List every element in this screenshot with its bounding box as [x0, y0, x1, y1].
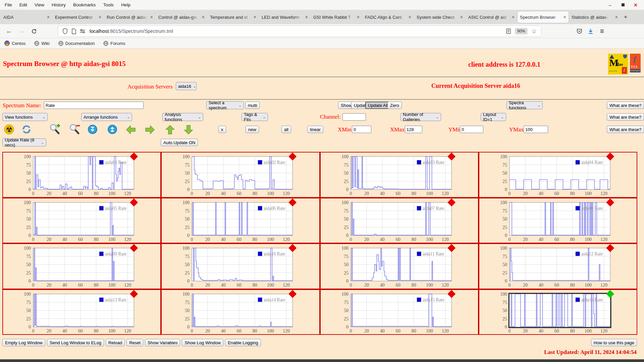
bookmark-wiki[interactable]: Wiki: [34, 41, 50, 46]
arrange-functions-dropdown[interactable]: Arrange functions⌄: [81, 113, 132, 121]
tab-asic-control-aid[interactable]: ASIC Control @ aid×: [466, 11, 517, 23]
what-are-these-button-3[interactable]: What are these?: [607, 126, 644, 133]
tab-control-aidas-gsi[interactable]: Control @ aidas-gsi×: [156, 11, 207, 23]
reset-button[interactable]: Reset: [126, 339, 143, 346]
show-log-window-button[interactable]: Show Log Window: [182, 339, 223, 346]
move-down-icon[interactable]: [183, 125, 194, 135]
move-right-icon[interactable]: [145, 125, 155, 135]
spectrum-plot[interactable]: 0255075100020406080100120aida07 Rate: [321, 198, 478, 243]
spectrum-cell-aida09[interactable]: 0255075100020406080100120aida09 Rate: [2, 243, 161, 289]
xmin-input[interactable]: [352, 126, 371, 133]
spectra-functions-dropdown[interactable]: Spectra functions⌄: [506, 101, 543, 109]
spectrum-cell-aida06[interactable]: 0255075100020406080100120aida06 Rate: [161, 198, 320, 244]
send-log-window-to-elog-button[interactable]: Send Log Window to ELog: [47, 339, 104, 346]
pocket-icon[interactable]: [574, 26, 584, 36]
forward-button[interactable]: →: [16, 26, 26, 36]
spectrum-plot[interactable]: 0255075100020406080100120aida05 Rate: [3, 198, 160, 243]
tab-close-icon[interactable]: ×: [460, 14, 463, 20]
menu-edit[interactable]: Edit: [16, 0, 31, 10]
spectrum-cell-aida03[interactable]: 0255075100020406080100120aida03 Rate: [320, 152, 479, 198]
ymax-input[interactable]: [524, 126, 548, 133]
bookmark-forums[interactable]: Forums: [103, 41, 125, 46]
tab-close-icon[interactable]: ×: [357, 14, 360, 20]
spectrum-cell-aida16[interactable]: 0255075100020406080100120aida16 Rate: [479, 289, 637, 335]
downloads-icon[interactable]: [586, 26, 596, 36]
refresh-icon[interactable]: [21, 124, 32, 134]
bookmark-star-icon[interactable]: ☆: [530, 27, 538, 36]
menu-file[interactable]: File: [0, 0, 16, 10]
ymin-input[interactable]: [460, 126, 483, 133]
permissions-icon[interactable]: [78, 27, 87, 36]
scroll-down-icon[interactable]: [88, 125, 97, 134]
spectrum-cell-aida15[interactable]: 0255075100020406080100120aida15 Rate: [320, 289, 479, 335]
new-tab-button[interactable]: +: [621, 12, 631, 22]
spectrum-cell-aida04[interactable]: 0255075100020406080100120aida04 Rate: [479, 152, 637, 198]
auto-update-button[interactable]: Auto Update ON: [161, 139, 198, 146]
tab-system-wide-check[interactable]: System wide Check×: [414, 11, 465, 23]
tab-close-icon[interactable]: ×: [409, 14, 411, 20]
how-to-use-button[interactable]: How to use this page: [591, 339, 637, 346]
spectrum-plot[interactable]: 0255075100020406080100120aida15 Rate: [321, 290, 478, 335]
analysis-functions-dropdown[interactable]: Analysis functions⌄: [162, 113, 203, 121]
zoom-level-badge[interactable]: 90%: [515, 28, 528, 35]
spectrum-plot[interactable]: 0255075100020406080100120aida16 Rate: [479, 290, 637, 335]
bookmark-centos[interactable]: Centos: [4, 41, 25, 46]
spectrum-cell-aida07[interactable]: 0255075100020406080100120aida07 Rate: [320, 198, 479, 244]
tab-temperature-and-st[interactable]: Temperature and st×: [208, 11, 259, 23]
menu-tools[interactable]: Tools: [100, 0, 118, 10]
radiation-icon[interactable]: ☢: [4, 124, 14, 134]
show-variables-button[interactable]: Show Variables: [145, 339, 180, 346]
update-rate-dropdown[interactable]: Update Rate (8 secs)⌄: [2, 138, 46, 146]
select-spectrum-dropdown[interactable]: Select a spectrum⌄: [206, 101, 244, 109]
spectrum-plot[interactable]: 0255075100020406080100120aida09 Rate: [3, 244, 160, 289]
spectrum-cell-aida10[interactable]: 0255075100020406080100120aida10 Rate: [161, 243, 320, 289]
view-functions-dropdown[interactable]: View functions⌄: [2, 113, 48, 121]
tab-run-control-aidas[interactable]: Run Control @ aidas×: [104, 11, 155, 23]
bookmark-documentation[interactable]: Documentation: [58, 41, 95, 46]
what-are-these-button-2[interactable]: What are these?: [607, 113, 644, 121]
tab-close-icon[interactable]: ×: [47, 14, 50, 20]
reader-view-icon[interactable]: [504, 27, 513, 36]
all-button[interactable]: all: [281, 126, 291, 133]
hamburger-menu-icon[interactable]: ≡: [597, 26, 607, 36]
empty-log-window-button[interactable]: Empty Log Window: [2, 339, 45, 346]
spectrum-cell-aida12[interactable]: 0255075100020406080100120aida12 Rate: [479, 243, 637, 289]
spectrum-cell-aida02[interactable]: 0255075100020406080100120aida02 Rate: [161, 152, 320, 198]
close-button[interactable]: ✕: [633, 2, 639, 8]
menu-view[interactable]: View: [31, 0, 48, 10]
scroll-up-icon[interactable]: [108, 125, 117, 134]
zoom-in-icon[interactable]: [49, 124, 61, 135]
tab-gsi-white-rabbit-t[interactable]: GSI White Rabbit T×: [311, 11, 362, 23]
multi-button[interactable]: multi: [245, 102, 260, 109]
acquisition-server-select[interactable]: aida16⌄: [176, 82, 197, 90]
spectrum-plot[interactable]: 0255075100020406080100120aida08 Rate: [479, 198, 637, 243]
tab-led-and-waveform[interactable]: LED and Waveform×: [259, 11, 310, 23]
spectrum-name-input[interactable]: [44, 102, 144, 109]
page-info-icon[interactable]: [69, 27, 78, 36]
number-of-galleries-dropdown[interactable]: Number of Galleries⌄: [400, 113, 441, 121]
zoom-out-icon[interactable]: [69, 124, 80, 135]
update-all-button[interactable]: Update All: [365, 102, 390, 109]
minimize-button[interactable]: –: [607, 2, 613, 8]
reload-button[interactable]: Reload: [106, 339, 125, 346]
spectrum-plot[interactable]: 0255075100020406080100120aida13 Rate: [3, 290, 160, 335]
move-up-icon[interactable]: [165, 125, 175, 135]
spectrum-plot[interactable]: 0255075100020406080100120aida14 Rate: [162, 290, 319, 335]
tab-close-icon[interactable]: ×: [254, 14, 256, 20]
move-left-icon[interactable]: [126, 125, 136, 135]
spectrum-plot[interactable]: 0255075100020406080100120aida04 Rate: [479, 153, 637, 197]
back-button[interactable]: ←: [4, 26, 14, 36]
spectrum-cell-aida13[interactable]: 0255075100020406080100120aida13 Rate: [2, 289, 161, 335]
spectrum-plot[interactable]: 0255075100020406080100120aida11 Rate: [321, 244, 478, 289]
reload-button[interactable]: [29, 26, 39, 36]
spectrum-cell-aida01[interactable]: 0255075100020406080100120aida01 Rate: [2, 152, 161, 198]
spectrum-plot[interactable]: 0255075100020406080100120aida03 Rate: [321, 153, 478, 197]
url-text[interactable]: localhost:8015/Spectrum/Spectrum.tml: [90, 28, 504, 34]
spectrum-cell-aida14[interactable]: 0255075100020406080100120aida14 Rate: [161, 289, 320, 335]
menu-history[interactable]: History: [48, 0, 69, 10]
spectrum-plot[interactable]: 0255075100020406080100120aida10 Rate: [162, 244, 319, 289]
spectrum-cell-aida05[interactable]: 0255075100020406080100120aida05 Rate: [2, 198, 161, 244]
enable-logging-button[interactable]: Enable Logging: [225, 339, 261, 346]
maximize-button[interactable]: [620, 2, 626, 8]
spectrum-plot[interactable]: 0255075100020406080100120aida06 Rate: [162, 198, 319, 243]
